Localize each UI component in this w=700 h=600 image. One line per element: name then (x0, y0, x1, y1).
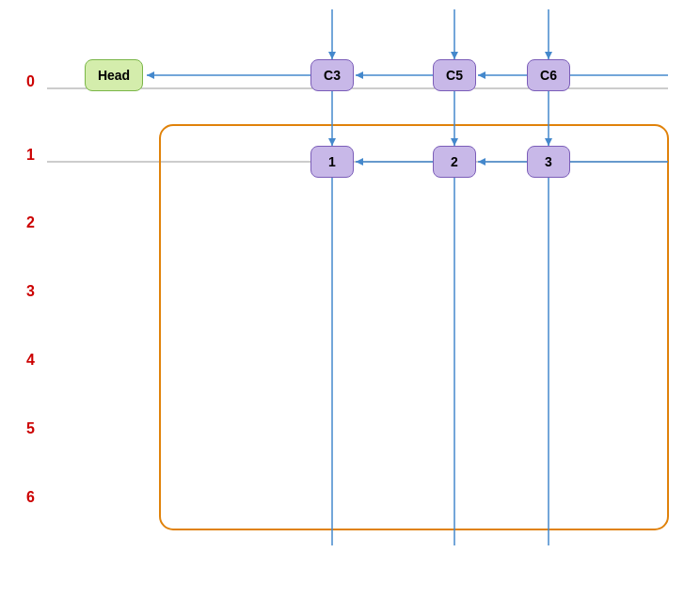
row-label-5: 5 (26, 420, 35, 437)
node-3: 3 (527, 146, 570, 178)
svg-marker-25 (478, 158, 485, 166)
svg-marker-6 (451, 52, 458, 59)
row-label-3: 3 (26, 283, 35, 300)
node-1: 1 (310, 146, 354, 178)
row-label-4: 4 (26, 352, 35, 369)
svg-marker-12 (356, 71, 363, 79)
row-label-2: 2 (26, 214, 35, 231)
svg-marker-14 (478, 71, 485, 79)
row-label-1: 1 (26, 147, 35, 164)
svg-rect-2 (160, 125, 668, 529)
svg-marker-19 (451, 138, 458, 146)
node-2: 2 (433, 146, 476, 178)
svg-marker-8 (545, 52, 552, 59)
svg-marker-21 (545, 138, 552, 146)
node-head: Head (85, 59, 143, 91)
node-c5: C5 (433, 59, 476, 91)
row-label-0: 0 (26, 73, 35, 90)
svg-marker-4 (328, 52, 336, 59)
diagram-canvas: 0 1 2 3 4 5 6 Head C3 C5 C6 1 2 3 (0, 0, 700, 600)
svg-marker-10 (147, 71, 154, 79)
node-c6: C6 (527, 59, 570, 91)
svg-marker-23 (356, 158, 363, 166)
row-label-6: 6 (26, 489, 35, 506)
node-c3: C3 (310, 59, 354, 91)
svg-marker-17 (328, 138, 336, 146)
